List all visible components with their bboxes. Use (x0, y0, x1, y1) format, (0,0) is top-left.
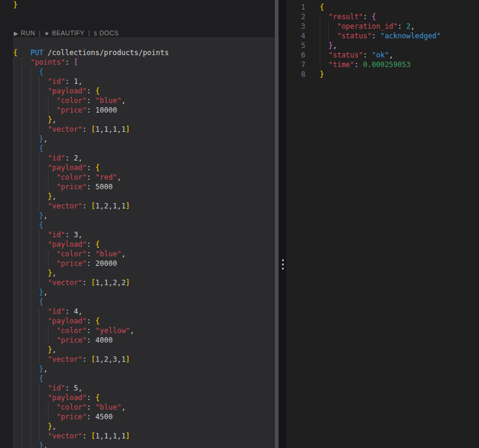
response-code: "status": "ok", (320, 50, 393, 60)
code-line: } (13, 0, 17, 10)
code-line: "color": "blue", (13, 249, 126, 259)
response-line: 5 }, (286, 41, 479, 50)
request-method: PUT (31, 49, 44, 57)
code-line: "vector": [1,2,3,1] (13, 355, 130, 364)
code-line: "id": 1, (13, 77, 83, 86)
code-line: }, (13, 345, 56, 355)
docs-label: DOCS (99, 29, 119, 37)
response-line: 8} (286, 69, 479, 79)
code-line: "color": "blue", (13, 96, 126, 105)
code-line: { (13, 67, 44, 77)
response-line: 4 "status": "acknowledged" (286, 31, 479, 41)
response-code: "status": "acknowledged" (320, 31, 441, 41)
line-number: 3 (286, 22, 305, 31)
response-line: 3 "operation_id": 2, (286, 22, 479, 31)
editor-scrollbar[interactable] (275, 0, 278, 448)
response-code: "operation_id": 2, (320, 22, 415, 31)
code-line: { (13, 374, 44, 383)
code-line: "price": 4500 (13, 412, 113, 422)
code-line: }, (13, 364, 48, 374)
toolbar-separator: | (88, 29, 90, 37)
code-line: { (13, 144, 44, 153)
code-line: { (13, 220, 44, 230)
code-line: "id": 4, (13, 307, 83, 316)
panel-splitter[interactable] (279, 0, 286, 448)
code-line: }, (13, 287, 48, 297)
request-line: PUT/collections/products/points (13, 38, 169, 48)
code-line: "points": [ (13, 57, 78, 67)
code-line: { (13, 48, 17, 57)
line-number: 6 (286, 50, 305, 60)
response-code: }, (320, 41, 337, 50)
code-line: "vector": [1,1,2,2] (13, 278, 130, 287)
code-line: }, (13, 134, 48, 144)
line-number: 1 (286, 2, 305, 12)
code-line: }, (13, 441, 48, 448)
response-viewer-pane[interactable]: 1{2 "result": {3 "operation_id": 2,4 "st… (286, 0, 479, 448)
codelens-toolbar: ▶RUN|★BEAUTIFY|§DOCS (14, 29, 119, 37)
line-number: 8 (286, 69, 305, 79)
code-line: "price": 5000 (13, 182, 113, 192)
code-line: }, (13, 211, 48, 220)
response-line: 2 "result": { (286, 12, 479, 22)
code-line: }, (13, 115, 56, 125)
run-button[interactable]: ▶RUN (14, 29, 35, 37)
code-line: "price": 4000 (13, 335, 113, 345)
code-line: "id": 5, (13, 383, 83, 393)
code-line: "price": 20000 (13, 259, 117, 268)
code-line: "payload": { (13, 86, 100, 96)
drag-handle-icon (279, 259, 286, 272)
code-line: { (13, 297, 44, 307)
code-line: "id": 2, (13, 153, 83, 163)
code-line: "vector": [1,2,1,1] (13, 201, 130, 211)
code-line: }, (13, 192, 56, 201)
code-line: }, (13, 268, 56, 278)
code-line: }, (13, 422, 56, 431)
play-icon: ▶ (14, 30, 19, 37)
code-line: "payload": { (13, 163, 100, 172)
code-line: "payload": { (13, 316, 100, 326)
code-line: "vector": [1,1,1,1] (13, 431, 130, 441)
response-code: "time": 0.000259053 (320, 60, 411, 69)
code-line: "color": "yellow", (13, 326, 134, 335)
line-number: 2 (286, 12, 305, 22)
line-number: 5 (286, 41, 305, 50)
request-editor-pane[interactable]: ▶RUN|★BEAUTIFY|§DOCS PUT/collections/pro… (0, 0, 279, 448)
code-line: "payload": { (13, 393, 100, 402)
star-icon: ★ (44, 30, 50, 37)
response-code: "result": { (320, 12, 376, 22)
response-line: 7 "time": 0.000259053 (286, 60, 479, 69)
docs-icon: § (93, 30, 97, 37)
docs-button[interactable]: §DOCS (93, 29, 119, 37)
response-line: 1{ (286, 2, 479, 12)
response-code: } (320, 69, 324, 79)
line-number: 7 (286, 60, 305, 69)
beautify-label: BEAUTIFY (52, 29, 85, 37)
request-path: /collections/products/points (48, 49, 169, 57)
toolbar-separator: | (39, 29, 41, 37)
response-code: { (320, 2, 324, 12)
code-line: "price": 10000 (13, 105, 117, 115)
code-line: "color": "blue", (13, 402, 126, 412)
beautify-button[interactable]: ★BEAUTIFY (44, 29, 84, 37)
code-line: "id": 3, (13, 230, 83, 240)
line-number: 4 (286, 31, 305, 41)
response-line: 6 "status": "ok", (286, 50, 479, 60)
code-line: "vector": [1,1,1,1] (13, 125, 130, 134)
code-line: "color": "red", (13, 172, 122, 182)
run-label: RUN (21, 29, 35, 37)
qdrant-console: { "palette": { "editor_bg": "#1e1e20", "… (0, 0, 479, 448)
code-line: "payload": { (13, 240, 100, 249)
